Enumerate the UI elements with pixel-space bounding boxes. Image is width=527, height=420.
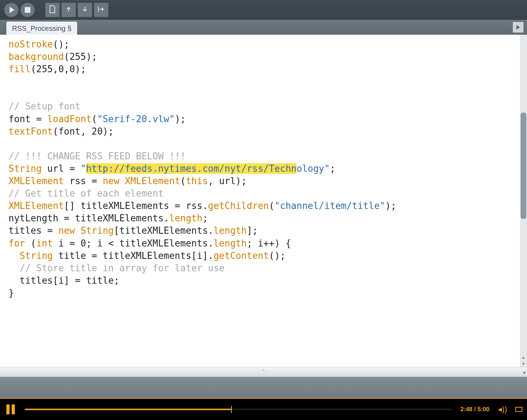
run-button[interactable] bbox=[4, 3, 18, 17]
export-icon bbox=[98, 6, 105, 14]
arrow-right-icon bbox=[516, 25, 520, 30]
fullscreen-icon bbox=[515, 407, 522, 412]
play-icon bbox=[10, 7, 15, 13]
arrow-down-icon bbox=[82, 6, 88, 14]
stop-icon bbox=[25, 7, 30, 13]
tab-bar: RSS_Processing § bbox=[0, 20, 527, 35]
export-button[interactable] bbox=[94, 3, 108, 17]
save-button[interactable] bbox=[78, 3, 92, 17]
code-editor[interactable]: noStroke(); background(255); fill(255,0,… bbox=[0, 35, 520, 367]
pause-icon bbox=[12, 404, 15, 414]
volume-button[interactable]: ◂)) bbox=[494, 405, 511, 414]
fullscreen-button[interactable] bbox=[511, 407, 527, 412]
highlighted-selection: http://feeds.nytimes.com/nyt/rss/Techn bbox=[86, 163, 297, 174]
timecode: 2:48 / 5:00 bbox=[456, 406, 494, 413]
progress-played bbox=[25, 409, 231, 410]
volume-icon: ◂)) bbox=[498, 405, 507, 414]
tab-menu-button[interactable] bbox=[513, 22, 523, 33]
tab-modified-mark: § bbox=[68, 24, 71, 32]
progress-handle[interactable] bbox=[231, 406, 232, 413]
console-panel bbox=[0, 377, 527, 398]
arrow-up-icon bbox=[65, 6, 72, 14]
tab-rss-processing[interactable]: RSS_Processing § bbox=[6, 22, 77, 35]
video-player-bar: 2:48 / 5:00 ◂)) bbox=[0, 398, 527, 420]
scroll-down-icon[interactable]: ▾ bbox=[520, 361, 527, 367]
grip-icon: ^ bbox=[262, 368, 265, 374]
tab-label: RSS_Processing bbox=[12, 24, 65, 32]
vertical-scrollbar[interactable]: ▴ ▾ bbox=[520, 35, 527, 367]
console-divider[interactable]: ^ ▴ bbox=[0, 367, 527, 377]
new-button[interactable] bbox=[45, 3, 59, 17]
pause-button[interactable] bbox=[0, 404, 21, 414]
toolbar bbox=[0, 0, 527, 20]
pause-icon bbox=[6, 404, 10, 414]
scrollbar-thumb[interactable] bbox=[521, 113, 526, 219]
scroll-up-icon[interactable]: ▴ bbox=[520, 354, 527, 361]
resize-arrow-icon: ▴ bbox=[523, 368, 526, 376]
progress-track[interactable] bbox=[25, 409, 452, 410]
open-button[interactable] bbox=[62, 3, 76, 17]
file-icon bbox=[49, 5, 56, 15]
editor-area: noStroke(); background(255); fill(255,0,… bbox=[0, 35, 527, 367]
stop-button[interactable] bbox=[21, 3, 35, 17]
